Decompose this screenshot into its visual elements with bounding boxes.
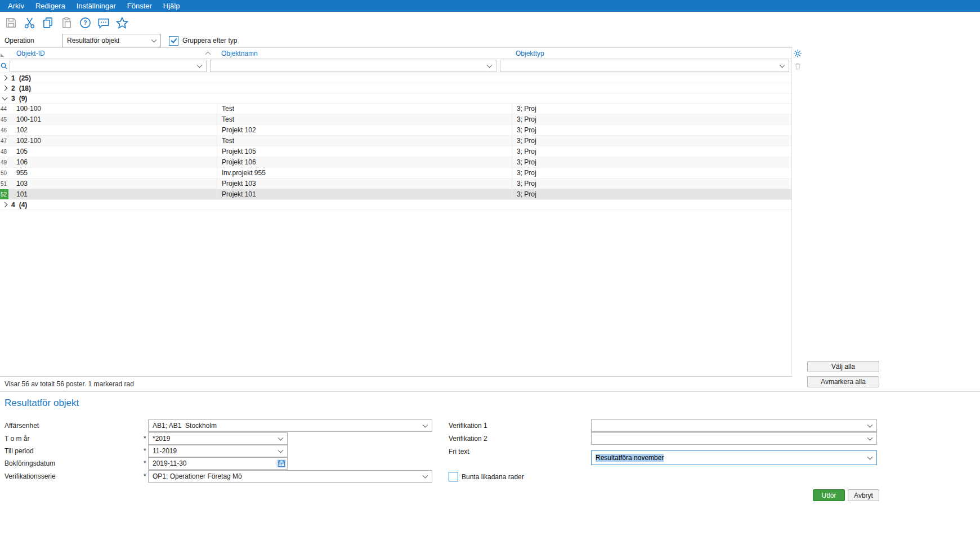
group-number: 2 bbox=[11, 84, 15, 92]
affarsenhet-value: AB1; AB1 Stockholm bbox=[153, 422, 217, 430]
cell-objektnamn: Test bbox=[217, 136, 512, 146]
status-bar: Visar 56 av totalt 56 poster. 1 markerad… bbox=[0, 376, 791, 391]
chevron-down-icon bbox=[278, 435, 284, 441]
chevron-right-icon[interactable] bbox=[2, 75, 8, 81]
menubar: Arkiv Redigera Inställningar Fönster Hjä… bbox=[0, 0, 980, 12]
group-count: (4) bbox=[19, 201, 28, 209]
chevron-down-icon[interactable] bbox=[2, 95, 8, 101]
star-icon[interactable] bbox=[115, 16, 129, 30]
group-row-2[interactable]: 2 (18) bbox=[0, 83, 791, 93]
cell-objekttyp: 3; Proj bbox=[512, 157, 791, 167]
verifikation2-select[interactable] bbox=[591, 432, 877, 445]
cell-objekt-id: 102-100 bbox=[8, 136, 217, 146]
verifikation1-select[interactable] bbox=[591, 419, 877, 432]
affarsenhet-select[interactable]: AB1; AB1 Stockholm bbox=[148, 419, 432, 432]
operation-select[interactable]: Resultatför objekt bbox=[62, 34, 161, 47]
chevron-right-icon[interactable] bbox=[2, 202, 8, 208]
table-row[interactable]: 49 106 Projekt 106 3; Proj bbox=[0, 157, 791, 168]
column-header-objekt-id[interactable]: Objekt-ID bbox=[8, 50, 217, 57]
cell-objekttyp: 3; Proj bbox=[512, 136, 791, 146]
menu-installningar[interactable]: Inställningar bbox=[71, 0, 122, 12]
deselect-all-button[interactable]: Avmarkera alla bbox=[807, 376, 879, 387]
menu-redigera[interactable]: Redigera bbox=[30, 0, 71, 12]
cell-objekttyp: 3; Proj bbox=[512, 104, 791, 114]
column-header-objektnamn[interactable]: Objektnamn bbox=[217, 50, 511, 57]
column-header-label: Objektnamn bbox=[221, 50, 258, 57]
affarsenhet-label: Affärsenhet bbox=[5, 422, 39, 430]
execute-button[interactable]: Utför bbox=[813, 489, 845, 501]
chevron-right-icon[interactable] bbox=[2, 86, 8, 91]
required-asterisk: * bbox=[144, 447, 146, 455]
table-row[interactable]: 51 103 Projekt 103 3; Proj bbox=[0, 178, 791, 189]
grid-settings-gear-icon[interactable] bbox=[793, 48, 803, 59]
cell-objekttyp: 3; Proj bbox=[512, 178, 791, 189]
till-period-select[interactable]: 11-2019 bbox=[148, 445, 288, 457]
filter-objekttyp-select[interactable] bbox=[500, 60, 789, 72]
save-icon[interactable] bbox=[3, 16, 18, 30]
svg-text:?: ? bbox=[83, 19, 87, 26]
menu-arkiv[interactable]: Arkiv bbox=[2, 0, 30, 12]
cell-objektnamn: Projekt 101 bbox=[217, 189, 512, 199]
group-row-4[interactable]: 4 (4) bbox=[0, 200, 791, 210]
cell-objekt-id: 103 bbox=[8, 178, 217, 189]
sort-asc-icon bbox=[205, 51, 211, 57]
copy-icon[interactable] bbox=[41, 16, 55, 30]
fri-text-label: Fri text bbox=[449, 448, 469, 456]
cell-objektnamn: Projekt 105 bbox=[217, 146, 512, 157]
calendar-icon[interactable] bbox=[276, 459, 286, 468]
chevron-down-icon bbox=[867, 435, 873, 441]
table-row-selected[interactable]: 52 101 Projekt 101 3; Proj bbox=[0, 189, 791, 200]
table-row[interactable]: 48 105 Projekt 105 3; Proj bbox=[0, 146, 791, 157]
corner-triangle-icon bbox=[1, 53, 4, 57]
row-number: 48 bbox=[0, 146, 8, 157]
cell-objektnamn: Test bbox=[217, 104, 512, 114]
row-number: 47 bbox=[0, 136, 8, 146]
column-header-label: Objekt-ID bbox=[16, 50, 45, 57]
group-row-3[interactable]: 3 (9) bbox=[0, 93, 791, 104]
cell-objekttyp: 3; Proj bbox=[512, 114, 791, 124]
verifikationsserie-label: Verifikationsserie bbox=[5, 472, 56, 480]
select-all-corner[interactable] bbox=[0, 50, 8, 57]
search-icon[interactable] bbox=[0, 63, 8, 70]
verifikation1-label: Verifikation 1 bbox=[449, 422, 487, 430]
chevron-down-icon bbox=[780, 63, 785, 68]
chevron-down-icon bbox=[867, 454, 873, 460]
menu-fonster[interactable]: Fönster bbox=[122, 0, 158, 12]
tom-ar-label: T o m år bbox=[5, 435, 29, 443]
required-asterisk: * bbox=[144, 435, 146, 443]
select-all-button[interactable]: Välj alla bbox=[807, 361, 879, 372]
table-row[interactable]: 45 100-101 Test 3; Proj bbox=[0, 114, 791, 125]
table-row[interactable]: 44 100-100 Test 3; Proj bbox=[0, 104, 791, 114]
cut-icon[interactable] bbox=[22, 16, 37, 30]
table-row[interactable]: 50 955 Inv.projekt 955 3; Proj bbox=[0, 168, 791, 178]
help-icon[interactable]: ? bbox=[78, 16, 92, 30]
verifikationsserie-select[interactable]: OP1; Operationer Företag Mö bbox=[148, 470, 432, 483]
filter-objektnamn-select[interactable] bbox=[210, 60, 496, 72]
table-row[interactable]: 46 102 Projekt 102 3; Proj bbox=[0, 125, 791, 136]
cell-objekttyp: 3; Proj bbox=[512, 146, 791, 157]
fri-text-selected-value: Resultatföra november bbox=[596, 454, 664, 462]
table-row[interactable]: 47 102-100 Test 3; Proj bbox=[0, 136, 791, 146]
bunta-checkbox[interactable] bbox=[449, 472, 458, 481]
group-row-1[interactable]: 1 (25) bbox=[0, 73, 791, 83]
cell-objektnamn: Projekt 106 bbox=[217, 157, 512, 167]
comment-icon[interactable] bbox=[96, 16, 111, 30]
menu-hjalp[interactable]: Hjälp bbox=[158, 0, 186, 12]
filter-objekt-id-select[interactable] bbox=[10, 60, 207, 72]
bokforingsdatum-input[interactable]: 2019-11-30 bbox=[148, 457, 288, 470]
row-number: 52 bbox=[0, 189, 8, 199]
verifikationsserie-value: OP1; Operationer Företag Mö bbox=[153, 472, 242, 480]
group-by-type-checkbox[interactable] bbox=[169, 36, 178, 46]
cancel-button[interactable]: Avbryt bbox=[848, 489, 879, 501]
tom-ar-select[interactable]: *2019 bbox=[148, 432, 288, 445]
cell-objekt-id: 106 bbox=[8, 157, 217, 167]
group-number: 1 bbox=[11, 74, 15, 82]
paste-icon[interactable] bbox=[59, 16, 74, 30]
cell-objektnamn: Test bbox=[217, 114, 512, 124]
clear-filter-icon[interactable] bbox=[793, 61, 803, 71]
operation-label: Operation bbox=[5, 37, 62, 44]
column-header-objekttyp[interactable]: Objekttyp bbox=[511, 50, 791, 57]
filter-cell-objektnamn bbox=[209, 60, 499, 72]
fri-text-combo[interactable]: Resultatföra november bbox=[591, 450, 877, 465]
filter-cell-objekttyp bbox=[499, 60, 791, 72]
